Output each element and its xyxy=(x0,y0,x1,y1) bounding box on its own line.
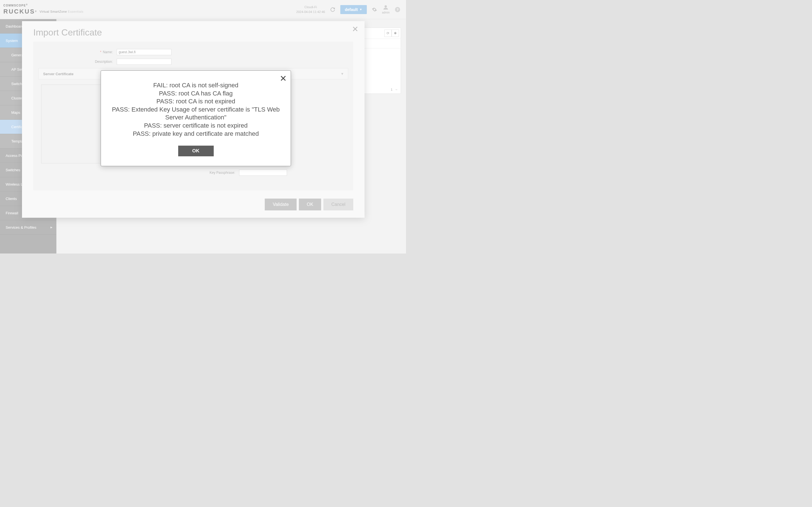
validation-line: FAIL: root CA is not self-signed xyxy=(109,81,282,90)
ok-button[interactable]: OK xyxy=(178,146,214,156)
validation-line: PASS: private key and certificate are ma… xyxy=(109,130,282,138)
validation-line: PASS: Extended Key Usage of server certi… xyxy=(109,106,282,122)
validation-line: PASS: server certificate is not expired xyxy=(109,122,282,130)
validation-line: PASS: root CA has CA flag xyxy=(109,90,282,98)
close-icon[interactable]: ✕ xyxy=(280,73,287,83)
validation-result-dialog: ✕ FAIL: root CA is not self-signed PASS:… xyxy=(101,70,291,166)
validation-line: PASS: root CA is not expired xyxy=(109,98,282,106)
validation-messages: FAIL: root CA is not self-signed PASS: r… xyxy=(109,81,282,138)
